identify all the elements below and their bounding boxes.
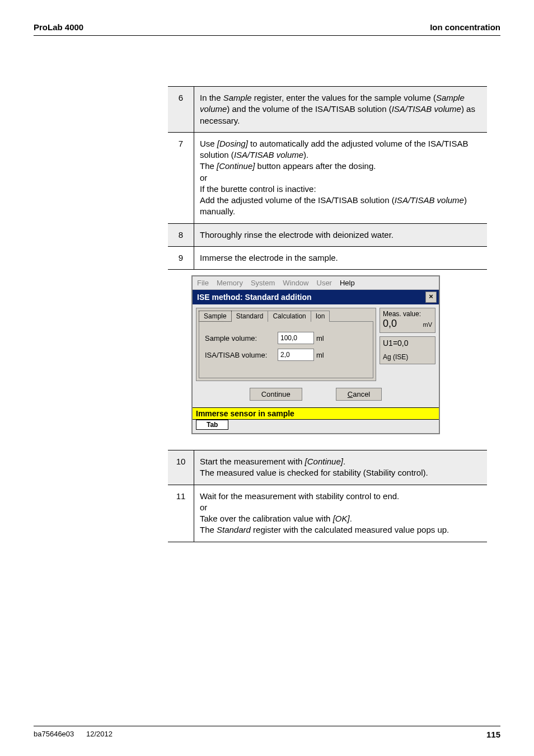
cancel-button[interactable]: Cancel	[336, 388, 382, 401]
step-text: Use [Dosing] to automatically add the ad…	[194, 132, 488, 223]
menu-system[interactable]: System	[251, 279, 275, 287]
continue-button[interactable]: Continue	[250, 388, 302, 401]
table-row: 8Thoroughly rinse the electrode with dei…	[168, 223, 487, 246]
u1-box: U1=0,0 Ag (ISE)	[380, 336, 435, 364]
page-header: ProLab 4000 Ion concentration	[34, 22, 500, 36]
dialog-tabs: Sample Standard Calculation Ion	[199, 311, 373, 322]
step-text: In the Sample register, enter the values…	[194, 87, 488, 133]
table-row: 7Use [Dosing] to automatically add the a…	[168, 132, 487, 223]
step-number: 7	[168, 132, 194, 223]
tab-ion[interactable]: Ion	[311, 311, 330, 322]
page-footer: ba75646e03 12/2012 115	[34, 726, 500, 739]
meas-unit: mV	[423, 321, 433, 328]
header-right: Ion concentration	[430, 22, 500, 32]
step-text: Immerse the electrode in the sample.	[194, 246, 488, 269]
dialog-titlebar: ISE method: Standard addition ×	[193, 290, 439, 304]
step-number: 9	[168, 246, 194, 269]
dialog-window: File Memory System Window User Help ISE …	[191, 275, 440, 434]
table-row: 6In the Sample register, enter the value…	[168, 87, 487, 133]
step-text: Start the measurement with [Continue].Th…	[194, 450, 488, 485]
status-bar: Immerse sensor in sample	[193, 407, 439, 420]
table-row: 9Immerse the electrode in the sample.	[168, 246, 487, 269]
footer-date: 12/2012	[86, 730, 113, 738]
sample-volume-unit: ml	[316, 334, 324, 342]
isa-volume-label: ISA/TISAB volume:	[205, 351, 278, 359]
footer-page-number: 115	[486, 730, 500, 739]
isa-volume-unit: ml	[316, 351, 324, 359]
tab-calculation[interactable]: Calculation	[268, 311, 311, 322]
sample-volume-input[interactable]	[278, 332, 314, 344]
isa-volume-input[interactable]	[278, 349, 314, 361]
step-text: Thoroughly rinse the electrode with deio…	[194, 223, 488, 246]
steps-table-a: 6In the Sample register, enter the value…	[168, 86, 487, 270]
tab-sample[interactable]: Sample	[199, 311, 232, 322]
steps-table-b: 10Start the measurement with [Continue].…	[168, 450, 487, 542]
dialog-title: ISE method: Standard addition	[197, 293, 312, 302]
table-row: 11Wait for the measurement with stabilit…	[168, 485, 487, 542]
tab-key-indicator: Tab	[196, 420, 228, 430]
step-text: Wait for the measurement with stability …	[194, 485, 488, 542]
close-icon[interactable]: ×	[425, 292, 437, 303]
menu-file[interactable]: File	[197, 279, 209, 287]
tab-standard[interactable]: Standard	[231, 311, 269, 322]
meas-value-label: Meas. value:	[383, 310, 432, 318]
meas-value-box: Meas. value: 0,0 mV	[380, 308, 435, 333]
ag-ise-label: Ag (ISE)	[383, 353, 432, 361]
menu-window[interactable]: Window	[283, 279, 308, 287]
menu-help[interactable]: Help	[340, 279, 355, 287]
step-number: 11	[168, 485, 194, 542]
menubar: File Memory System Window User Help	[193, 276, 439, 290]
footer-doc-id: ba75646e03	[34, 730, 74, 738]
header-left: ProLab 4000	[34, 22, 83, 32]
u1-value: U1=0,0	[383, 339, 432, 348]
meas-value: 0,0	[383, 318, 397, 330]
menu-memory[interactable]: Memory	[217, 279, 243, 287]
step-number: 8	[168, 223, 194, 246]
sample-volume-label: Sample volume:	[205, 334, 278, 342]
step-number: 10	[168, 450, 194, 485]
table-row: 10Start the measurement with [Continue].…	[168, 450, 487, 485]
step-number: 6	[168, 87, 194, 133]
menu-user[interactable]: User	[317, 279, 332, 287]
